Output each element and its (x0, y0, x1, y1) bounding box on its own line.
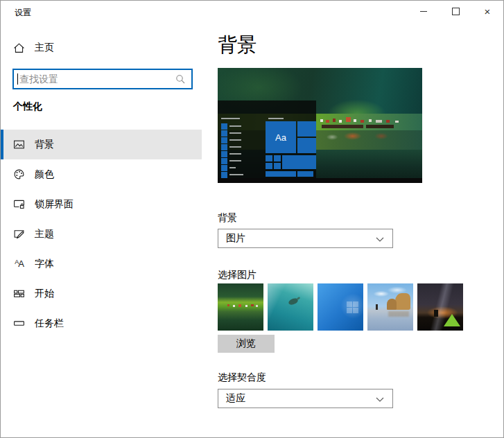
taskbar-icon (13, 317, 25, 329)
window-controls: × (408, 1, 503, 22)
sidebar-item-label: 颜色 (35, 168, 54, 181)
fit-field-label: 选择契合度 (218, 371, 266, 384)
preview-tile-aa: Aa (266, 121, 296, 153)
thumbnail-underwater-turtle[interactable] (268, 283, 313, 331)
dropdown-value: 适应 (226, 392, 245, 405)
close-icon: × (485, 6, 491, 17)
sidebar-item-home[interactable]: 主页 (13, 37, 54, 59)
minimize-icon (420, 11, 427, 12)
theme-icon (13, 228, 25, 240)
sidebar-nav: 背景 颜色 (1, 130, 202, 338)
wallpaper-preview: Aa (218, 68, 422, 183)
palette-icon (13, 168, 25, 180)
sidebar-item-fonts[interactable]: AA 字体 (1, 249, 202, 279)
minimize-button[interactable] (408, 1, 440, 22)
sidebar-item-colors[interactable]: 颜色 (1, 159, 202, 189)
background-type-dropdown[interactable]: 图片 (218, 229, 393, 248)
search-icon[interactable] (175, 74, 185, 84)
sidebar-item-themes[interactable]: 主题 (1, 219, 202, 249)
fit-dropdown[interactable]: 适应 (218, 389, 393, 408)
sidebar: 主页 个性化 (1, 23, 202, 437)
sidebar-item-label: 字体 (35, 258, 54, 270)
close-button[interactable]: × (471, 1, 503, 22)
lockscreen-icon (13, 198, 25, 210)
start-icon (13, 288, 25, 299)
picture-thumbnails (218, 283, 463, 331)
search-box[interactable] (12, 69, 193, 89)
image-icon (13, 139, 25, 150)
sidebar-item-start[interactable]: 开始 (1, 279, 202, 308)
page-title: 背景 (218, 33, 257, 58)
sidebar-item-taskbar[interactable]: 任务栏 (1, 308, 202, 338)
sidebar-item-label: 任务栏 (35, 317, 64, 330)
thumbnail-windows-default[interactable] (318, 283, 363, 331)
sidebar-item-label: 主页 (35, 42, 54, 54)
dropdown-value: 图片 (226, 232, 245, 245)
chevron-down-icon (376, 237, 384, 242)
sidebar-item-label: 背景 (35, 139, 54, 151)
settings-window: 设置 × 主页 (0, 0, 504, 438)
sidebar-item-label: 开始 (35, 288, 54, 300)
background-field-label: 背景 (218, 212, 237, 225)
font-icon: AA (13, 258, 25, 270)
sidebar-item-label: 锁屏界面 (35, 198, 73, 211)
home-icon (13, 42, 25, 54)
choose-picture-label: 选择图片 (218, 269, 257, 281)
sidebar-item-label: 主题 (35, 228, 54, 240)
title-bar: 设置 × (1, 1, 503, 23)
thumbnail-fjord-landscape[interactable] (218, 283, 263, 331)
window-title: 设置 (15, 7, 31, 19)
thumbnail-beach-rocks[interactable] (367, 283, 413, 331)
window-body: 主页 个性化 (1, 23, 503, 437)
sidebar-item-lockscreen[interactable]: 锁屏界面 (1, 189, 202, 219)
section-header-personalization: 个性化 (13, 100, 42, 113)
maximize-button[interactable] (440, 1, 471, 22)
sidebar-item-background[interactable]: 背景 (1, 130, 202, 159)
maximize-icon (452, 8, 460, 15)
thumbnail-night-tent[interactable] (417, 283, 463, 331)
search-input[interactable] (18, 73, 175, 85)
main-content: 背景 (202, 23, 503, 437)
browse-button[interactable]: 浏览 (218, 335, 275, 353)
start-menu-overlay: Aa (218, 100, 316, 178)
preview-taskbar (218, 178, 422, 183)
chevron-down-icon (376, 397, 384, 402)
